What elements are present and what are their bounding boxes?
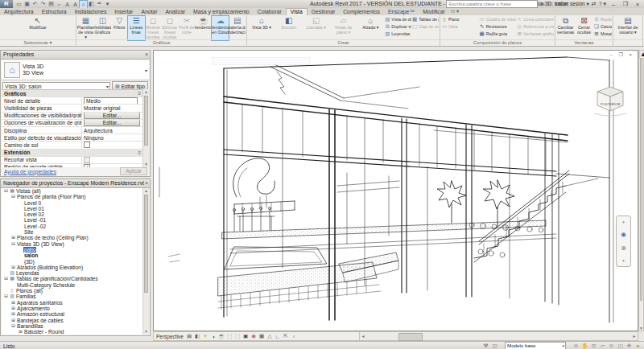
tree-item-planos-all[interactable]: ▯Planos (all)	[2, 288, 143, 294]
close-button[interactable]: ×	[633, 2, 642, 7]
browser-scrollbar[interactable]: ▲ ▼	[142, 188, 149, 335]
tree-expander-icon[interactable]: ⊞	[10, 306, 16, 311]
ribbon-button-secci-n[interactable]: ◧Sección	[275, 16, 303, 40]
collapse-icon[interactable]: ‹	[291, 333, 297, 339]
tree-item-level-01[interactable]: Level 01	[2, 206, 143, 211]
tree-item-tablas-de-planificaci-n-cantidades[interactable]: ⊟▦Tablas de planificación/Cantidades	[2, 276, 143, 281]
tab-anotar[interactable]: Anotar	[137, 8, 161, 15]
displacement-icon[interactable]: ⇱	[283, 333, 289, 339]
tab-colaborar[interactable]: Colaborar	[254, 8, 286, 15]
ribbon-button-vista-de-dise-o[interactable]: ▨Vista de diseño	[384, 16, 411, 23]
property-value[interactable]: Medio	[81, 97, 143, 104]
tree-item-familias[interactable]: ⊟▨Familias	[2, 294, 143, 299]
property-value[interactable]: Arquitectura	[81, 127, 143, 133]
tree-item-patio[interactable]: patio	[2, 247, 143, 253]
filter-icon[interactable]: ▼	[634, 343, 642, 349]
value-select[interactable]: Medio	[84, 97, 138, 104]
ribbon-button-plantillas-de-vista[interactable]: ▦Plantillas de vista ▾	[77, 16, 94, 40]
properties-help-link[interactable]: Ayuda de propiedades	[2, 169, 56, 174]
text-icon[interactable]: A	[72, 1, 79, 8]
ribbon-button-tablas-de-planificaci-n[interactable]: ▦Tablas de planificación ▾	[411, 16, 439, 23]
select-links-icon[interactable]: ⊡	[590, 343, 597, 349]
tree-item-vistas-3d-3d-view[interactable]: ⊟Vistas 3D (3D View)	[2, 241, 143, 247]
temporary-hide-isolate-icon[interactable]: ▣	[242, 333, 249, 339]
ribbon-button-perfil-de-corte[interactable]: ✂Perfil de corte	[178, 16, 195, 40]
select-by-face-icon[interactable]: ◰	[617, 343, 624, 349]
tab-enscape[interactable]: Enscape™	[384, 8, 419, 15]
ribbon-button-vista[interactable]: ▭Vista	[441, 23, 479, 30]
customize-qat-icon[interactable]: ▾	[104, 1, 111, 8]
ribbon-button-mostrar-l-neas-ocultas[interactable]: ◻Mostrar líneas ocultas	[145, 16, 162, 40]
tab-gestionar[interactable]: Gestionar	[308, 8, 339, 15]
chevron-down-icon[interactable]: ▾	[145, 68, 147, 73]
exchange-apps-icon[interactable]: ⇄	[592, 0, 597, 8]
ribbon-button-galer-a-de-renderizaci-n[interactable]: ▤Galería de renderización	[229, 16, 246, 40]
view-window-controls[interactable]: – ❐ ×	[609, 51, 634, 57]
tree-expander-icon[interactable]: ⊞	[10, 235, 16, 240]
navbar-collapse-icon[interactable]: ▾	[622, 258, 625, 263]
select-underlay-icon[interactable]: ▱	[599, 343, 606, 349]
tab-analizar[interactable]: Analizar	[161, 8, 189, 15]
ribbon-button-replicar[interactable]: ⧉Replicar	[593, 16, 612, 23]
ribbon-button-renderizar[interactable]: ☕Renderizar	[195, 16, 212, 40]
crop-view-icon[interactable]: ⬚	[226, 333, 233, 339]
scroll-left-icon[interactable]: ◄	[360, 332, 366, 340]
show-crop-icon[interactable]: ⬚	[234, 333, 241, 339]
reveal-hidden-icon[interactable]: ◉	[250, 333, 257, 339]
select-pinned-icon[interactable]: ⊙	[608, 343, 615, 349]
tree-expander-icon[interactable]: ⊞	[10, 265, 16, 270]
tree-expander-icon[interactable]: ⊞	[18, 329, 23, 335]
restore-button[interactable]: ❐	[621, 1, 630, 7]
properties-scrollbar[interactable]: ▲ ▼	[142, 89, 149, 167]
shadows-icon[interactable]: ◑	[210, 333, 217, 339]
navigation-bar[interactable]: ▾ ◉ ⊕ ▾	[616, 216, 631, 267]
measure-icon[interactable]: ⌐	[56, 1, 63, 8]
tree-item-level-01[interactable]: Level -01	[2, 217, 143, 223]
property-value[interactable]	[81, 157, 143, 163]
undo-icon[interactable]: ↶	[31, 1, 39, 8]
property-value[interactable]: Editar...	[81, 113, 143, 119]
tree-item-level-02[interactable]: Level -02	[2, 224, 143, 229]
tree-item-aparcamiento[interactable]: ⊞Aparcamiento	[2, 306, 143, 311]
tree-item-level-0[interactable]: Level 0	[2, 200, 143, 206]
ribbon-button-vistas-de-plano[interactable]: ▱Vistas de plano ▾	[330, 16, 357, 40]
ribbon-button-cerrar-ocultas[interactable]: ⊠Cerrar ocultas	[575, 16, 593, 40]
ribbon-button-llamada[interactable]: ◱Llamada ▾	[303, 16, 330, 40]
view-scale-label[interactable]: Perspective	[156, 334, 184, 339]
tree-item-planos-de-planta-floor-plan[interactable]: ⊟Planos de planta (Floor Plan)	[2, 194, 143, 199]
edit-button[interactable]: Editar...	[84, 113, 140, 119]
ribbon-button-visibilidad-gr-ficos[interactable]: ◫Visibilidad/ Gráficos	[94, 16, 111, 40]
exclude-options-icon[interactable]: ⊘	[572, 343, 580, 349]
section-collapse-icon[interactable]: ≡	[138, 150, 141, 155]
apply-button[interactable]: Aplicar	[120, 167, 147, 175]
ribbon-button-modificar[interactable]: ↖Modificar	[24, 16, 52, 40]
tree-item-barandillas[interactable]: ⊟Barandillas	[2, 323, 143, 329]
tree-expander-icon[interactable]: ⊞	[10, 311, 16, 317]
detail-level-icon[interactable]: ▤	[186, 333, 192, 339]
tree-expander-icon[interactable]: ⊟	[10, 323, 16, 329]
panel-label[interactable]: Seleccionar ▾	[0, 39, 76, 46]
close-icon[interactable]: ×	[145, 179, 148, 187]
minimize-button[interactable]: –	[609, 2, 618, 7]
property-section-extensi-n[interactable]: Extensión≡	[2, 150, 143, 157]
tree-item-site[interactable]: Site	[2, 229, 143, 235]
ribbon-button-referencia-a-vista[interactable]: ◎Referencia a vista	[516, 23, 554, 30]
tree-expander-icon[interactable]: ⊞	[10, 300, 16, 306]
tab-insertar[interactable]: Insertar	[110, 8, 137, 15]
drawing-area[interactable]: – ❐ × POSTERIOR ▾ ◉ ⊕ ▾	[153, 50, 638, 331]
property-value[interactable]	[81, 142, 143, 148]
tree-item-baluster-round[interactable]: ⊞Baluster - Round	[2, 329, 143, 335]
tree-item-multi-category-schedule[interactable]: Multi-Category Schedule	[2, 282, 143, 288]
save-icon[interactable]: ▣	[23, 1, 31, 8]
tree-expander-icon[interactable]: ⊟	[3, 276, 9, 281]
ribbon-button-l-neas-finas[interactable]: ☰Líneas finas	[128, 16, 145, 40]
tree-item-planos-de-techo-ceiling-plan[interactable]: ⊞Planos de techo (Ceiling Plan)	[2, 235, 143, 240]
tree-expander-icon[interactable]: ⊟	[3, 294, 9, 299]
ribbon-button-revisiones[interactable]: ✎Revisiones	[479, 23, 517, 30]
reveal-constraints-icon[interactable]: ∟	[275, 333, 281, 339]
type-selector[interactable]: ⌂ Vista 3D 3D View ▾	[2, 60, 149, 80]
edit-button[interactable]: Editar...	[84, 120, 140, 126]
star-icon[interactable]: ☆	[547, 0, 551, 8]
help-search-input[interactable]: Escriba palabra clave o frase	[446, 0, 538, 8]
design-option-dropdown[interactable]: Modelo base▾	[505, 342, 566, 349]
